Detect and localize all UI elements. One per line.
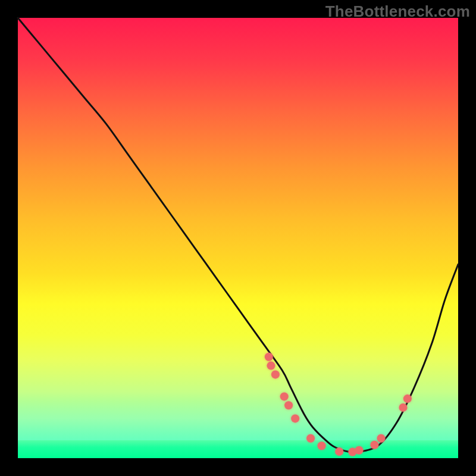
- highlight-point: [267, 362, 275, 370]
- highlight-point: [306, 434, 315, 443]
- highlight-points: [265, 353, 412, 456]
- highlight-point: [370, 441, 378, 449]
- highlight-point: [399, 403, 408, 412]
- highlight-point: [280, 392, 289, 400]
- highlight-point: [318, 441, 326, 450]
- highlight-point: [265, 353, 273, 361]
- chart-stage: TheBottleneck.com: [0, 0, 476, 476]
- highlight-point: [403, 394, 412, 403]
- highlight-point: [335, 447, 343, 456]
- highlight-point: [271, 370, 280, 378]
- highlight-point: [291, 414, 299, 422]
- bottleneck-curve: [18, 18, 458, 452]
- highlight-point: [355, 446, 364, 455]
- plot-area: [18, 18, 458, 458]
- curve-svg: [18, 18, 458, 458]
- highlight-point: [284, 401, 293, 409]
- highlight-point: [377, 434, 386, 443]
- watermark-text: TheBottleneck.com: [325, 2, 470, 21]
